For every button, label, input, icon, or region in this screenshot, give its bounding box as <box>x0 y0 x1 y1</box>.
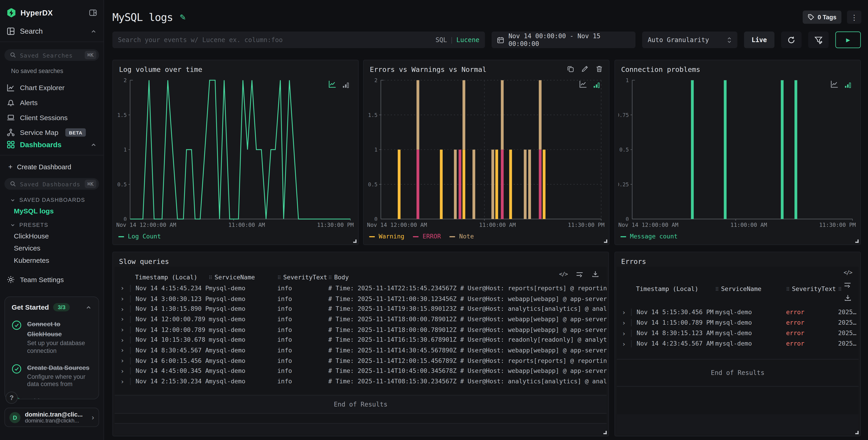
column-timestamp[interactable]: Timestamp (Local) <box>631 285 715 292</box>
chart-plot[interactable]: 00.250.50.751 <box>618 77 857 221</box>
column-servicename[interactable]: ⠿ServiceName <box>209 273 275 281</box>
delete-icon[interactable] <box>596 65 603 73</box>
column-body[interactable]: ⠿ <box>838 285 859 292</box>
edit-title-icon[interactable]: ✎ <box>180 13 186 22</box>
event-search-input[interactable]: Search your events w/ Lucene ex. column:… <box>113 32 485 48</box>
resize-handle[interactable] <box>855 431 859 434</box>
row-expander-icon[interactable]: › <box>115 326 130 334</box>
cell-body: 2025… <box>838 319 859 327</box>
table-row[interactable]: › Nov 14 10:15:30.678 AM mysql-demo info… <box>115 335 607 345</box>
help-button[interactable]: ? <box>5 392 18 404</box>
table-row[interactable]: › Nov 14 6:00:15.456 AM mysql-demo info … <box>115 356 607 366</box>
row-expander-icon[interactable]: › <box>115 357 130 365</box>
edit-icon[interactable] <box>581 65 589 73</box>
duplicate-icon[interactable] <box>567 65 574 73</box>
drag-handle-icon[interactable]: ⠿ <box>838 286 842 292</box>
get-started-step-add-data[interactable]: Add Data Start sending logs, metrics, or… <box>11 396 92 399</box>
get-started-step-sources[interactable]: Create Data Sources Configure where your… <box>11 362 92 388</box>
column-severitytext[interactable]: ⠿SeverityText <box>275 273 328 281</box>
sidebar-item-alerts[interactable]: Alerts <box>0 95 103 110</box>
legend-item[interactable]: Log Count <box>118 233 161 240</box>
drag-handle-icon[interactable]: ⠿ <box>328 275 332 280</box>
row-expander-icon[interactable]: › <box>115 305 130 313</box>
run-query-button[interactable]: ▶ <box>835 32 861 48</box>
filter-button[interactable] <box>808 32 829 48</box>
chevron-up-icon[interactable] <box>85 304 92 310</box>
row-expander-icon[interactable]: › <box>115 377 130 385</box>
saved-dashboards-input[interactable]: Saved Dashboards ⌘K <box>4 178 99 190</box>
row-expander-icon[interactable]: › <box>115 336 130 344</box>
resize-handle[interactable] <box>353 240 356 243</box>
saved-dashboards-section[interactable]: SAVED DASHBOARDS <box>10 197 103 203</box>
legend-item[interactable]: Note <box>450 233 474 240</box>
sidebar-item-service-map[interactable]: Service Map BETA <box>0 125 103 140</box>
tags-button[interactable]: 0 Tags <box>803 10 841 24</box>
view-source-icon[interactable]: </> <box>844 269 852 275</box>
table-row[interactable]: › Nov 14 1:30:15.890 PM mysql-demo info … <box>115 304 607 314</box>
refresh-button[interactable] <box>781 32 802 48</box>
download-icon[interactable] <box>844 294 851 301</box>
row-expander-icon[interactable]: › <box>115 346 130 354</box>
drag-handle-icon[interactable]: ⠿ <box>277 275 281 280</box>
chart-plot[interactable]: 00.511.52 <box>116 77 355 221</box>
cell-servicename: mysql-demo <box>209 347 275 354</box>
row-expander-icon[interactable]: › <box>617 319 631 327</box>
row-expander-icon[interactable]: › <box>115 284 130 292</box>
date-range-input[interactable]: Nov 14 00:00:00 - Nov 15 00:00:00 <box>492 32 636 48</box>
table-row[interactable]: › Nov 14 5:15:30.456 PM mysql-demo error… <box>617 307 859 317</box>
kebab-menu-button[interactable]: ⋮ <box>847 10 861 24</box>
column-timestamp[interactable]: Timestamp (Local) <box>130 273 209 281</box>
sidebar-collapse-icon[interactable] <box>89 9 97 16</box>
chart-plot[interactable]: 00.511.52 <box>367 77 606 221</box>
resize-handle[interactable] <box>855 240 859 243</box>
row-expander-icon[interactable]: › <box>115 367 130 375</box>
sidebar-item-team-settings[interactable]: Team Settings <box>0 275 103 284</box>
sidebar-item-clickhouse[interactable]: ClickHouse <box>14 232 103 240</box>
table-row[interactable]: › Nov 14 4:45:00.345 AM mysql-demo info … <box>115 366 607 376</box>
sidebar-item-dashboards[interactable]: Dashboards <box>0 143 103 156</box>
table-row[interactable]: › Nov 14 3:00:30.123 PM mysql-demo info … <box>115 294 607 304</box>
drag-handle-icon[interactable]: ⠿ <box>786 286 790 292</box>
drag-handle-icon[interactable]: ⠿ <box>715 286 719 292</box>
table-row[interactable]: › Nov 14 4:15:45.234 PM mysql-demo info … <box>115 283 607 294</box>
legend-item[interactable]: Warning <box>369 233 404 240</box>
create-dashboard-button[interactable]: + Create Dashboard <box>8 163 103 171</box>
table-row[interactable]: › Nov 14 8:30:45.567 AM mysql-demo info … <box>115 345 607 356</box>
table-row[interactable]: › Nov 14 4:23:45.567 AM mysql-demo error… <box>617 339 859 349</box>
column-servicename[interactable]: ⠿ServiceName <box>715 285 784 292</box>
cell-servicename: mysql-demo <box>715 330 784 337</box>
table-row[interactable]: › Nov 14 12:00:00.789 PM mysql-demo info… <box>115 325 607 335</box>
row-expander-icon[interactable]: › <box>617 340 631 348</box>
table-row[interactable]: › Nov 14 1:15:00.789 PM mysql-demo error… <box>617 317 859 328</box>
chevron-up-icon[interactable] <box>90 28 97 35</box>
presets-section[interactable]: PRESETS <box>10 222 103 228</box>
sidebar-item-kubernetes[interactable]: Kubernetes <box>14 257 103 264</box>
sidebar-item-client-sessions[interactable]: Client Sessions <box>0 110 103 125</box>
table-row[interactable]: › Nov 14 2:15:30.234 AM mysql-demo info … <box>115 376 607 386</box>
sql-mode-toggle[interactable]: SQL <box>436 36 447 44</box>
row-expander-icon[interactable]: › <box>115 295 130 303</box>
chevron-up-icon[interactable] <box>90 141 97 148</box>
column-body[interactable]: ⠿Body <box>328 273 607 281</box>
sidebar-item-search[interactable]: Search <box>0 30 103 42</box>
user-menu[interactable]: D dominic.tran@clic... dominic.tran@clic… <box>4 408 99 427</box>
get-started-step-connect[interactable]: Connect to ClickHouse Set up your databa… <box>11 318 92 355</box>
saved-searches-input[interactable]: Saved Searches ⌘K <box>4 49 99 61</box>
table-row[interactable]: › Nov 14 8:30:15.123 AM mysql-demo error… <box>617 328 859 339</box>
row-expander-icon[interactable]: › <box>617 330 631 337</box>
live-button[interactable]: Live <box>744 32 774 48</box>
column-severitytext[interactable]: ⠿SeverityText <box>784 285 838 292</box>
resize-handle[interactable] <box>604 240 607 243</box>
row-expander-icon[interactable]: › <box>617 308 631 316</box>
table-row[interactable]: › Nov 14 12:00:00.789 PM mysql-demo info… <box>115 314 607 325</box>
legend-item[interactable]: ERROR <box>413 233 441 240</box>
sidebar-item-services[interactable]: Services <box>14 244 103 252</box>
lucene-mode-toggle[interactable]: Lucene <box>456 36 479 44</box>
sidebar-item-chart-explorer[interactable]: Chart Explorer <box>0 80 103 95</box>
legend-item[interactable]: Message count <box>620 233 678 240</box>
resize-handle[interactable] <box>603 431 607 434</box>
granularity-select[interactable]: Auto Granularity <box>642 32 737 48</box>
row-expander-icon[interactable]: › <box>115 315 130 323</box>
sidebar-item-mysql-logs[interactable]: MySQL logs <box>14 207 103 215</box>
drag-handle-icon[interactable]: ⠿ <box>209 275 212 280</box>
